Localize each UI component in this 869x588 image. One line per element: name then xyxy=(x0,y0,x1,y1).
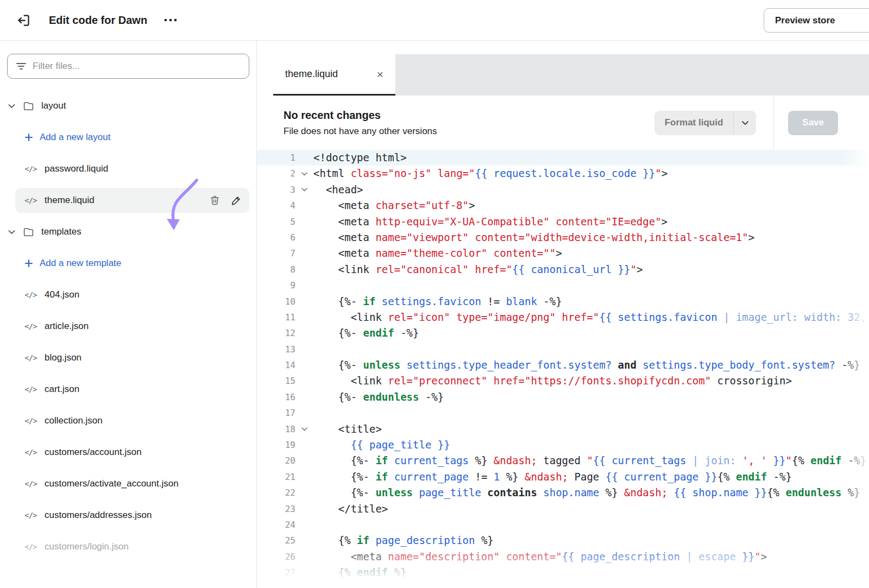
fold-toggle-icon[interactable] xyxy=(295,166,313,181)
chevron-down-icon xyxy=(741,121,749,125)
format-liquid-caret[interactable] xyxy=(733,111,756,135)
line-number: 19 xyxy=(257,437,295,453)
exit-button[interactable] xyxy=(12,9,35,31)
code-line[interactable]: 10 {%- if settings.favicon != blank -%} xyxy=(257,294,869,309)
tab-spacer xyxy=(257,41,869,54)
sidebar-item-theme-liquid[interactable]: </>theme.liquid xyxy=(0,185,256,216)
code-line[interactable]: 13 xyxy=(257,342,869,357)
code-text: <meta name="theme-color" content=""> xyxy=(313,245,869,261)
tab-theme-liquid[interactable]: theme.liquid × xyxy=(273,54,395,96)
code-line[interactable]: 19 {{ page_title }} xyxy=(257,437,869,453)
fold-spacer xyxy=(295,373,313,389)
sidebar-item-collection-json[interactable]: </>collection.json xyxy=(0,405,256,437)
sidebar-item-templates[interactable]: templates xyxy=(0,216,256,248)
delete-icon[interactable] xyxy=(210,195,220,206)
line-number: 1 xyxy=(257,150,295,166)
code-line[interactable]: 7 <meta name="theme-color" content=""> xyxy=(257,245,869,261)
code-line[interactable]: 21 {%- if current_page != 1 %} &ndash; P… xyxy=(257,469,869,485)
line-number: 27 xyxy=(257,565,295,580)
code-line[interactable]: 3 <head> xyxy=(257,182,869,198)
code-line[interactable]: 1<!doctype html> xyxy=(257,150,869,166)
code-text: <meta http-equiv="X-UA-Compatible" conte… xyxy=(313,214,869,230)
more-actions-button[interactable] xyxy=(163,18,178,22)
code-file-icon: </> xyxy=(24,353,37,362)
fold-toggle-icon[interactable] xyxy=(295,421,313,437)
code-file-icon: </> xyxy=(24,322,37,331)
sidebar-fade xyxy=(0,562,256,588)
code-file-icon: </> xyxy=(24,511,37,520)
sidebar-item-404-json[interactable]: </>404.json xyxy=(0,279,256,311)
sidebar-item-customers-activate-account-json[interactable]: </>customers/activate_account.json xyxy=(0,468,256,500)
code-text: <head> xyxy=(313,182,869,198)
code-line[interactable]: 6 <meta name="viewport" content="width=d… xyxy=(257,230,869,245)
sidebar-item-add-a-new-template[interactable]: Add a new template xyxy=(0,248,256,279)
preview-store-button[interactable]: Preview store xyxy=(764,8,869,33)
code-file-icon: </> xyxy=(24,165,37,173)
format-liquid-label: Format liquid xyxy=(654,111,734,135)
code-text: {% endif %} xyxy=(313,565,869,580)
line-number: 9 xyxy=(257,277,295,293)
code-line[interactable]: 17 xyxy=(257,405,869,421)
code-file-icon: </> xyxy=(24,479,37,488)
chevron-down-icon[interactable] xyxy=(8,230,16,235)
fold-spacer xyxy=(295,277,313,293)
edit-icon[interactable] xyxy=(231,195,241,206)
code-line[interactable]: 18 <title> xyxy=(257,421,869,437)
line-number: 18 xyxy=(257,421,295,437)
code-line[interactable]: 12 {%- endif -%} xyxy=(257,325,869,341)
filter-files-input[interactable] xyxy=(33,61,241,72)
code-text xyxy=(313,277,869,293)
sidebar-item-cart-json[interactable]: </>cart.json xyxy=(0,374,256,405)
line-number: 3 xyxy=(257,182,295,198)
code-line[interactable]: 24 xyxy=(257,517,869,533)
fold-spacer xyxy=(295,342,313,357)
code-line[interactable]: 4 <meta charset="utf-8"> xyxy=(257,198,869,213)
save-button[interactable]: Save xyxy=(788,111,838,135)
code-editor[interactable]: 1<!doctype html>2<html class="no-js" lan… xyxy=(257,150,869,588)
plus-icon xyxy=(24,258,34,268)
code-file-icon: </> xyxy=(24,290,37,299)
code-text: <meta name="description" content="{{ pag… xyxy=(313,549,869,565)
code-line[interactable]: 27 {% endif %} xyxy=(257,565,869,580)
ellipsis-icon xyxy=(163,18,178,22)
sidebar-item-customers-addresses-json[interactable]: </>customers/addresses.json xyxy=(0,500,256,531)
code-text: {{ page_title }} xyxy=(313,437,869,453)
format-liquid-button[interactable]: Format liquid xyxy=(654,111,757,135)
code-line[interactable]: 23 </title> xyxy=(257,501,869,517)
sidebar-item-article-json[interactable]: </>article.json xyxy=(0,311,256,342)
fold-spacer xyxy=(295,533,313,548)
sidebar-item-customers-account-json[interactable]: </>customers/account.json xyxy=(0,437,256,468)
line-number: 12 xyxy=(257,325,295,341)
sidebar-item-layout[interactable]: layout xyxy=(0,90,256,122)
fold-spacer xyxy=(295,325,313,341)
code-line[interactable]: 26 <meta name="description" content="{{ … xyxy=(257,549,869,565)
code-line[interactable]: 15 <link rel="preconnect" href="https://… xyxy=(257,373,869,389)
sidebar-item-label: collection.json xyxy=(45,415,103,426)
code-line[interactable]: 2<html class="no-js" lang="{{ request.lo… xyxy=(257,166,869,181)
sidebar-item-label: templates xyxy=(41,226,81,237)
code-line[interactable]: 5 <meta http-equiv="X-UA-Compatible" con… xyxy=(257,214,869,230)
sidebar-item-password-liquid[interactable]: </>password.liquid xyxy=(0,153,256,185)
code-line[interactable]: 20 {%- if current_tags %} &ndash; tagged… xyxy=(257,453,869,469)
sidebar-item-add-a-new-layout[interactable]: Add a new layout xyxy=(0,122,256,153)
close-tab-icon[interactable]: × xyxy=(377,68,383,80)
fold-spacer xyxy=(295,485,313,501)
fold-toggle-icon[interactable] xyxy=(295,182,313,198)
sidebar-item-blog-json[interactable]: </>blog.json xyxy=(0,342,256,374)
fold-spacer xyxy=(295,150,313,166)
line-number: 21 xyxy=(257,469,295,485)
code-line[interactable]: 8 <link rel="canonical" href="{{ canonic… xyxy=(257,262,869,277)
code-text xyxy=(313,342,869,357)
code-text: {%- if current_page != 1 %} &ndash; Page… xyxy=(313,469,869,485)
code-line[interactable]: 11 <link rel="icon" type="image/png" hre… xyxy=(257,309,869,325)
code-text: {%- unless settings.type_header_font.sys… xyxy=(313,357,869,373)
chevron-down-icon[interactable] xyxy=(8,104,16,109)
code-line[interactable]: 25 {% if page_description %} xyxy=(257,533,869,548)
code-text: {%- endunless -%} xyxy=(313,389,869,405)
code-line[interactable]: 16 {%- endunless -%} xyxy=(257,389,869,405)
fold-spacer xyxy=(295,405,313,421)
code-line[interactable]: 14 {%- unless settings.type_header_font.… xyxy=(257,357,869,373)
code-line[interactable]: 9 xyxy=(257,277,869,293)
sidebar-item-customers-login-json[interactable]: </>customers/login.json xyxy=(0,531,256,562)
code-line[interactable]: 22 {%- unless page_title contains shop.n… xyxy=(257,485,869,501)
